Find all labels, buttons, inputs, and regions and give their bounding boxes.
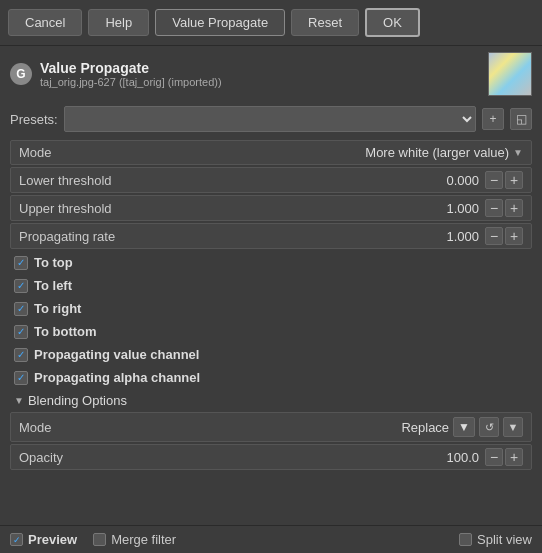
blending-mode-value-container: Replace ▼ ↺ ▼ [401, 417, 523, 437]
merge-checkbox[interactable] [93, 533, 106, 546]
blending-mode-dropdown[interactable]: ▼ [453, 417, 475, 437]
propagating-value-channel-label: Propagating value channel [34, 347, 199, 362]
merge-label: Merge filter [111, 532, 176, 547]
presets-row: Presets: + ◱ [0, 102, 542, 136]
mode-value-container[interactable]: More white (larger value) ▼ [365, 145, 523, 160]
preview-check-row[interactable]: Preview [10, 532, 77, 547]
header-subtitle: taj_orig.jpg-627 ([taj_orig] (imported)) [40, 76, 480, 88]
upper-threshold-label: Upper threshold [19, 201, 446, 216]
lower-threshold-minus[interactable]: − [485, 171, 503, 189]
lower-threshold-label: Lower threshold [19, 173, 446, 188]
blending-mode-row: Mode Replace ▼ ↺ ▼ [10, 412, 532, 442]
blending-mode-menu[interactable]: ▼ [503, 417, 523, 437]
presets-save-button[interactable]: ◱ [510, 108, 532, 130]
blending-options-header[interactable]: ▼ Blending Options [10, 389, 532, 412]
plugin-icon: G [10, 63, 32, 85]
lower-threshold-plus[interactable]: + [505, 171, 523, 189]
presets-label: Presets: [10, 112, 58, 127]
blending-arrow-icon: ▼ [14, 395, 24, 406]
propagating-alpha-channel-checkbox[interactable] [14, 371, 28, 385]
opacity-row: Opacity 100.0 − + [10, 444, 532, 470]
mode-label: Mode [19, 145, 365, 160]
to-top-row[interactable]: To top [10, 251, 532, 274]
to-bottom-label: To bottom [34, 324, 97, 339]
propagating-rate-minus[interactable]: − [485, 227, 503, 245]
to-right-label: To right [34, 301, 81, 316]
upper-threshold-row: Upper threshold 1.000 − + [10, 195, 532, 221]
opacity-btns: − + [485, 448, 523, 466]
merge-check-row[interactable]: Merge filter [93, 532, 176, 547]
opacity-value: 100.0 [446, 450, 479, 465]
to-right-row[interactable]: To right [10, 297, 532, 320]
propagating-rate-plus[interactable]: + [505, 227, 523, 245]
upper-threshold-minus[interactable]: − [485, 199, 503, 217]
blending-mode-text: Replace [401, 420, 449, 435]
propagating-value-channel-row[interactable]: Propagating value channel [10, 343, 532, 366]
split-checkbox[interactable] [459, 533, 472, 546]
mode-row: Mode More white (larger value) ▼ [10, 140, 532, 165]
propagating-rate-label: Propagating rate [19, 229, 446, 244]
propagating-value-channel-checkbox[interactable] [14, 348, 28, 362]
save-icon: ◱ [516, 112, 527, 126]
header-text: Value Propagate taj_orig.jpg-627 ([taj_o… [40, 60, 480, 88]
upper-threshold-btns: − + [485, 199, 523, 217]
mode-dropdown-arrow: ▼ [513, 147, 523, 158]
preview-checkbox[interactable] [10, 533, 23, 546]
blending-options-title: Blending Options [28, 393, 127, 408]
propagating-rate-row: Propagating rate 1.000 − + [10, 223, 532, 249]
to-bottom-checkbox[interactable] [14, 325, 28, 339]
propagating-rate-btns: − + [485, 227, 523, 245]
presets-add-button[interactable]: + [482, 108, 504, 130]
blending-mode-reset[interactable]: ↺ [479, 417, 499, 437]
propagating-alpha-channel-label: Propagating alpha channel [34, 370, 200, 385]
to-bottom-row[interactable]: To bottom [10, 320, 532, 343]
toolbar: Cancel Help Value Propagate Reset OK [0, 0, 542, 46]
to-left-row[interactable]: To left [10, 274, 532, 297]
split-check-row[interactable]: Split view [459, 532, 532, 547]
mode-value-text: More white (larger value) [365, 145, 509, 160]
split-label: Split view [477, 532, 532, 547]
lower-threshold-btns: − + [485, 171, 523, 189]
to-left-label: To left [34, 278, 72, 293]
opacity-minus[interactable]: − [485, 448, 503, 466]
to-top-label: To top [34, 255, 73, 270]
blending-mode-label: Mode [19, 420, 401, 435]
thumbnail-image [489, 53, 531, 95]
cancel-button[interactable]: Cancel [8, 9, 82, 36]
ok-button[interactable]: OK [365, 8, 420, 37]
value-propagate-button[interactable]: Value Propagate [155, 9, 285, 36]
to-left-checkbox[interactable] [14, 279, 28, 293]
opacity-plus[interactable]: + [505, 448, 523, 466]
reset-button[interactable]: Reset [291, 9, 359, 36]
propagating-alpha-channel-row[interactable]: Propagating alpha channel [10, 366, 532, 389]
preview-label: Preview [28, 532, 77, 547]
plugin-header: G Value Propagate taj_orig.jpg-627 ([taj… [0, 46, 542, 102]
main-content: Mode More white (larger value) ▼ Lower t… [0, 136, 542, 476]
lower-threshold-value: 0.000 [446, 173, 479, 188]
presets-select[interactable] [64, 106, 476, 132]
help-button[interactable]: Help [88, 9, 149, 36]
header-title: Value Propagate [40, 60, 480, 76]
propagating-rate-value: 1.000 [446, 229, 479, 244]
to-top-checkbox[interactable] [14, 256, 28, 270]
bottom-bar: Preview Merge filter Split view [0, 525, 542, 553]
opacity-label: Opacity [19, 450, 446, 465]
plus-icon: + [489, 112, 496, 126]
upper-threshold-plus[interactable]: + [505, 199, 523, 217]
to-right-checkbox[interactable] [14, 302, 28, 316]
lower-threshold-row: Lower threshold 0.000 − + [10, 167, 532, 193]
upper-threshold-value: 1.000 [446, 201, 479, 216]
thumbnail [488, 52, 532, 96]
